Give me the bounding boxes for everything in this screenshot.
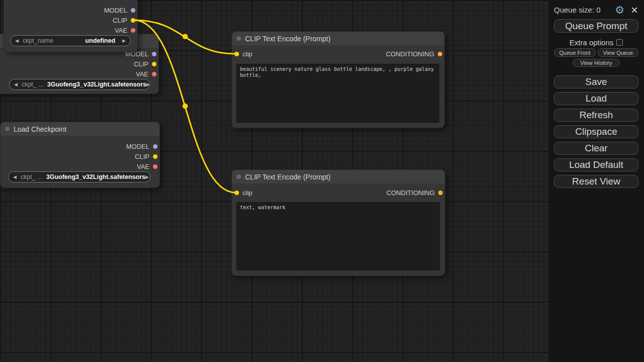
clip-input-label: clip (243, 50, 253, 58)
widget-value: 3Guofeng3_v32Light.safetensors (47, 81, 146, 88)
model-output-dot[interactable] (153, 144, 157, 149)
conditioning-output-dot[interactable] (438, 52, 442, 56)
node-title: Load Checkpoint (14, 125, 66, 133)
widget-next-icon[interactable]: ▶ (146, 82, 150, 87)
node-titlebar[interactable]: CLIP Text Encode (Prompt) (232, 170, 445, 184)
queue-front-button[interactable]: Queue Front (554, 48, 596, 57)
node-titlebar[interactable]: Load Checkpoint (1, 122, 159, 136)
conditioning-output-label: CONDITIONING (386, 50, 434, 58)
vae-output-dot[interactable] (131, 28, 135, 33)
node-clip-text-encode-negative[interactable]: CLIP Text Encode (Prompt) clip CONDITION… (232, 170, 445, 276)
clip-input-dot[interactable] (234, 52, 239, 56)
widget-prev-icon[interactable]: ◀ (14, 82, 18, 87)
clip-output-dot[interactable] (153, 154, 157, 159)
clip-input-dot[interactable] (234, 191, 239, 195)
conditioning-output-dot[interactable] (438, 191, 443, 195)
queue-prompt-button[interactable]: Queue Prompt (554, 19, 638, 33)
node-load-checkpoint-top[interactable]: MODEL CLIP VAE ◀ ckpt_name undefined ▶ (4, 0, 137, 52)
clip-output-label: CLIP (135, 153, 149, 160)
ckpt-name-widget[interactable]: ◀ ckpt_ ... 3Guofeng3_v32Light.safetenso… (8, 171, 150, 183)
vae-output-dot[interactable] (152, 72, 156, 76)
reset-view-button[interactable]: Reset View (554, 175, 638, 188)
widget-next-icon[interactable]: ▶ (145, 175, 149, 179)
vae-output-label: VAE (115, 27, 127, 34)
clip-input-label: clip (243, 189, 253, 197)
node-graph-canvas[interactable]: MODEL CLIP VAE ◀ ckpt_ ... 3Guofeng3_v32… (0, 0, 644, 362)
node-title: CLIP Text Encode (Prompt) (245, 173, 331, 181)
model-output-dot[interactable] (152, 52, 156, 56)
ckpt-name-widget[interactable]: ◀ ckpt_name undefined ▶ (10, 35, 131, 46)
model-output-dot[interactable] (131, 8, 135, 13)
clip-output-dot[interactable] (152, 62, 156, 66)
model-output-label: MODEL (126, 143, 149, 150)
node-collapse-dot[interactable] (5, 127, 10, 131)
link-midpoint-dot (183, 34, 188, 39)
widget-label: ckpt_ ... (22, 81, 44, 88)
vae-output-label: VAE (137, 163, 149, 170)
node-collapse-dot[interactable] (236, 174, 241, 179)
refresh-button[interactable]: Refresh (554, 109, 638, 122)
negative-prompt-textarea[interactable]: text, watermark (236, 202, 440, 270)
clip-output-label: CLIP (134, 60, 148, 68)
widget-label: ckpt_name (23, 37, 53, 44)
node-title: CLIP Text Encode (Prompt) (245, 35, 331, 43)
queue-size-label: Queue size: 0 (554, 6, 601, 14)
node-collapse-dot[interactable] (236, 36, 241, 41)
widget-next-icon[interactable]: ▶ (122, 39, 126, 43)
load-button[interactable]: Load (554, 92, 638, 105)
widget-value: undefined (85, 37, 115, 44)
view-history-button[interactable]: View History (573, 59, 620, 67)
save-button[interactable]: Save (554, 75, 638, 88)
model-output-label: MODEL (104, 7, 127, 14)
ckpt-name-widget[interactable]: ◀ ckpt_ ... 3Guofeng3_v32Light.safetenso… (9, 79, 150, 90)
vae-output-dot[interactable] (153, 164, 157, 169)
node-load-checkpoint-bottom[interactable]: Load Checkpoint MODEL CLIP VAE ◀ ckpt_ .… (1, 122, 159, 188)
widget-prev-icon[interactable]: ◀ (13, 175, 17, 179)
comfy-menu-panel: Queue size: 0 ⚙ × Queue Prompt Extra opt… (548, 0, 644, 362)
widget-label: ckpt_ ... (21, 173, 43, 180)
conditioning-output-label: CONDITIONING (386, 189, 435, 197)
node-clip-text-encode-positive[interactable]: CLIP Text Encode (Prompt) clip CONDITION… (232, 32, 444, 128)
widget-prev-icon[interactable]: ◀ (15, 39, 19, 43)
view-queue-button[interactable]: View Queue (598, 48, 638, 57)
load-default-button[interactable]: Load Default (554, 158, 638, 171)
extra-options-checkbox[interactable] (616, 39, 623, 46)
clipspace-button[interactable]: Clipspace (554, 125, 638, 138)
settings-gear-icon[interactable]: ⚙ (615, 5, 624, 15)
clip-output-label: CLIP (113, 17, 127, 24)
positive-prompt-textarea[interactable]: beautiful scenery nature glass bottle la… (236, 64, 439, 123)
link-midpoint-dot (183, 104, 188, 109)
vae-output-label: VAE (136, 70, 148, 78)
clear-button[interactable]: Clear (554, 142, 638, 155)
clip-output-dot[interactable] (131, 18, 135, 23)
extra-options-label: Extra options (570, 38, 614, 47)
node-titlebar[interactable]: CLIP Text Encode (Prompt) (232, 32, 444, 45)
widget-value: 3Guofeng3_v32Light.safetensors (46, 173, 145, 180)
close-icon[interactable]: × (631, 5, 638, 15)
